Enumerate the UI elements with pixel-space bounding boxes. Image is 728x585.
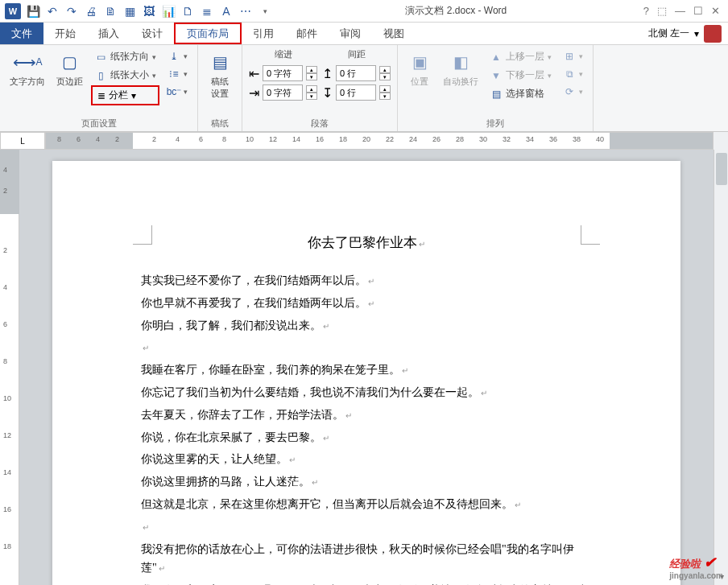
margin-corner-icon: [133, 225, 152, 245]
wrap-icon: ◧: [449, 50, 473, 74]
new-icon[interactable]: 🗋: [180, 4, 195, 19]
spin-down-icon[interactable]: ▾: [306, 73, 317, 80]
table-icon[interactable]: ▦: [122, 4, 137, 19]
user-dropdown-icon: ▾: [694, 28, 699, 39]
paragraph[interactable]: 但这就是北京，呆在这里你想离开它，但当离开以后就会迫不及待想回来。: [141, 495, 592, 514]
maximize-icon[interactable]: ☐: [693, 5, 703, 17]
space-after-input[interactable]: [336, 84, 376, 101]
indent-right-spinner[interactable]: ⇥ ▴▾: [249, 84, 317, 101]
position-button[interactable]: ▣ 位置: [404, 48, 435, 89]
page-scroll[interactable]: 你去了巴黎作业本 其实我已经不爱你了，在我们结婚两年以后。你也早就不再爱我了，在…: [19, 150, 714, 585]
paragraph[interactable]: 我们在国贸那家 KTV 里唱歌，那时候中国好声音正在铺天盖地，有个叫华少的主持人…: [141, 581, 592, 585]
window-buttons: ? ⬚ — ☐ ✕: [635, 5, 728, 17]
tab-file[interactable]: 文件: [0, 23, 43, 44]
minimize-icon[interactable]: —: [675, 5, 685, 17]
spin-down-icon[interactable]: ▾: [306, 93, 317, 100]
text-direction-icon: ⟷A: [15, 50, 39, 74]
vertical-ruler[interactable]: 4224681012141618: [0, 150, 19, 585]
qat-dropdown-icon[interactable]: [258, 4, 272, 19]
save-as-icon[interactable]: 🗎: [103, 4, 118, 19]
spin-up-icon[interactable]: ▴: [379, 85, 391, 93]
paragraph[interactable]: 我睡在客厅，你睡在卧室，我们养的狗呆在笼子里。: [141, 360, 592, 380]
manuscript-button[interactable]: ▤ 稿纸 设置: [205, 48, 235, 101]
paragraph[interactable]: 其实我已经不爱你了，在我们结婚两年以后。: [141, 271, 592, 290]
spin-down-icon[interactable]: ▾: [379, 93, 391, 100]
redo-icon[interactable]: ↷: [64, 4, 79, 19]
tab-selector[interactable]: L: [0, 132, 45, 150]
ribbon-collapse-icon[interactable]: ⬚: [657, 5, 667, 17]
indent-left-input[interactable]: [263, 65, 303, 81]
position-label: 位置: [411, 76, 428, 88]
group-label-manuscript: 稿纸: [205, 116, 235, 130]
paragraph[interactable]: [141, 338, 592, 357]
document-title[interactable]: 你去了巴黎作业本: [141, 233, 592, 252]
paragraph[interactable]: [141, 517, 592, 537]
scroll-thumb[interactable]: [716, 153, 727, 185]
wrap-button[interactable]: ◧ 自动换行: [440, 48, 482, 89]
paragraph[interactable]: 你明白，我了解，我们都没说出来。: [141, 316, 592, 336]
undo-icon[interactable]: ↶: [45, 4, 60, 19]
align-button[interactable]: ⊞: [560, 48, 586, 64]
size-label: 纸张大小: [110, 68, 149, 82]
print-preview-icon[interactable]: 🖨: [84, 4, 98, 19]
paragraph[interactable]: 你忘记了我们当初为什么要结婚，我也说不清我们为什么要在一起。: [141, 383, 592, 402]
text-direction-button[interactable]: ⟷A 文字方向: [6, 48, 48, 89]
spin-up-icon[interactable]: ▴: [306, 85, 317, 93]
indent-right-input[interactable]: [263, 84, 303, 101]
more-icon[interactable]: ⋯: [238, 4, 253, 19]
close-icon[interactable]: ✕: [711, 5, 720, 17]
group-label-arrange: 排列: [404, 116, 586, 130]
space-before-spinner[interactable]: ↥ ▴▾: [322, 65, 391, 81]
image-icon[interactable]: 🖼: [142, 4, 156, 19]
paragraph[interactable]: 你说这里雾的天，让人绝望。: [141, 450, 592, 469]
tab-reference[interactable]: 引用: [242, 23, 285, 44]
page: 你去了巴黎作业本 其实我已经不爱你了，在我们结婚两年以后。你也早就不再爱我了，在…: [52, 161, 680, 585]
columns-icon: ≣: [97, 90, 105, 101]
tab-page-layout[interactable]: 页面布局: [174, 23, 242, 44]
breaks-icon: ⤓: [168, 50, 180, 63]
space-after-icon: ↧: [322, 85, 333, 101]
size-button[interactable]: ▯纸张大小: [91, 67, 159, 84]
tab-home[interactable]: 开始: [43, 23, 87, 44]
group-arrange: ▣ 位置 ◧ 自动换行 ▲上移一层 ▼下移一层 ▤选择窗格 ⊞ ⧉ ⟳ 排列: [398, 45, 594, 131]
send-backward-button[interactable]: ▼下移一层: [486, 67, 555, 84]
tab-view[interactable]: 视图: [372, 23, 416, 44]
tab-design[interactable]: 设计: [130, 23, 174, 44]
paragraph[interactable]: 你说，你在北京呆腻了，要去巴黎。: [141, 428, 592, 447]
hyphenation-button[interactable]: bc⁻: [164, 84, 191, 100]
paragraph[interactable]: 你说这里拥挤的马路，让人迷茫。: [141, 472, 592, 492]
save-icon[interactable]: 💾: [26, 4, 40, 19]
font-icon[interactable]: A: [219, 4, 234, 19]
chart-icon[interactable]: 📊: [161, 4, 176, 19]
ribbon-tabs: 文件 开始 插入 设计 页面布局 引用 邮件 审阅 视图 北侧 左一 ▾: [0, 23, 728, 45]
group-page-setup: ⟷A 文字方向 ▢ 页边距 ▭纸张方向 ▯纸张大小 ≣分栏▾ ⤓ ⁝≡ bc⁻ …: [0, 45, 198, 131]
orientation-button[interactable]: ▭纸张方向: [91, 48, 159, 65]
breaks-button[interactable]: ⤓: [164, 48, 191, 64]
spin-down-icon[interactable]: ▾: [379, 73, 391, 80]
margins-button[interactable]: ▢ 页边距: [53, 48, 86, 89]
spin-up-icon[interactable]: ▴: [306, 66, 317, 73]
group-label-para: 段落: [249, 116, 391, 130]
columns-button[interactable]: ≣分栏▾: [91, 85, 159, 105]
tab-insert[interactable]: 插入: [87, 23, 130, 44]
margin-corner-icon: [581, 225, 600, 245]
bring-forward-button[interactable]: ▲上移一层: [486, 48, 555, 65]
line-numbers-button[interactable]: ⁝≡: [164, 66, 191, 82]
group-objects-button[interactable]: ⧉: [560, 66, 586, 82]
user-account[interactable]: 北侧 左一 ▾: [642, 23, 728, 44]
columns-icon[interactable]: ≣: [200, 4, 214, 19]
paragraph[interactable]: 去年夏天，你辞去了工作，开始学法语。: [141, 406, 592, 425]
tab-mailing[interactable]: 邮件: [285, 23, 329, 44]
tab-review[interactable]: 审阅: [329, 23, 372, 44]
paragraph[interactable]: 你也早就不再爱我了，在我们结婚两年以后。: [141, 294, 592, 313]
indent-left-spinner[interactable]: ⇤ ▴▾: [249, 65, 317, 81]
selection-pane-button[interactable]: ▤选择窗格: [486, 85, 555, 102]
spin-up-icon[interactable]: ▴: [379, 66, 391, 73]
paragraph[interactable]: 我没有把你的话放在心上，可你的法语进步很快，秋天的时候你已经会唱"我的名字叫伊莲…: [141, 540, 592, 579]
help-icon[interactable]: ?: [643, 5, 649, 17]
vertical-scrollbar[interactable]: ▴ ▾: [714, 150, 728, 585]
rotate-button[interactable]: ⟳: [560, 84, 586, 100]
space-before-input[interactable]: [336, 65, 376, 81]
horizontal-ruler[interactable]: 8642246810121416182022242628303234363840…: [45, 132, 714, 150]
space-after-spinner[interactable]: ↧ ▴▾: [322, 84, 391, 101]
